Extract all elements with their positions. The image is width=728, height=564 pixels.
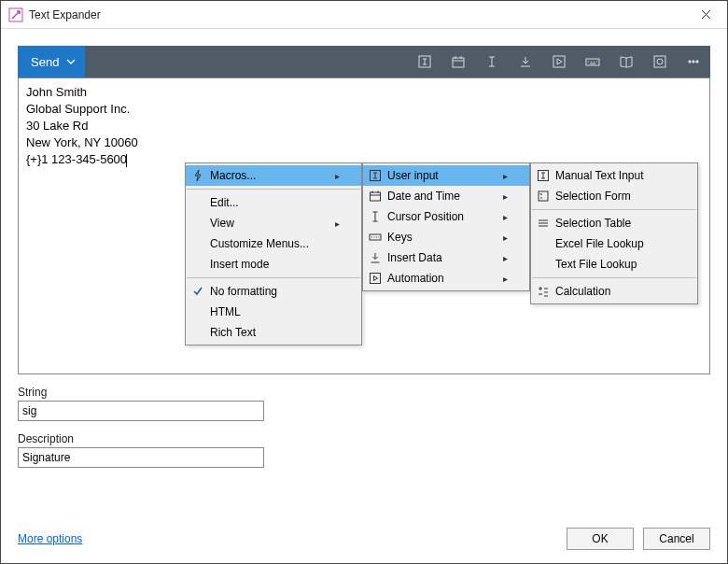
editor-toolbar: Send [18, 46, 710, 78]
svg-point-6 [657, 59, 663, 64]
menu-item-calculation[interactable]: Calculation [531, 281, 697, 302]
menu-item-label: Text File Lookup [555, 258, 667, 271]
menu-item-manual-text-input[interactable]: Manual Text Input [531, 165, 697, 186]
menu-item-date-and-time[interactable]: Date and Time▸ [363, 186, 529, 206]
menu-item-macros-[interactable]: Macros...▸ [186, 165, 361, 186]
cancel-button[interactable]: Cancel [643, 528, 710, 550]
menu-item-customize-menus-[interactable]: Customize Menus... [186, 233, 361, 254]
context-menu-main: Macros...▸Edit...View▸Customize Menus...… [185, 162, 362, 345]
svg-rect-11 [371, 192, 381, 201]
menu-item-label: No formatting [210, 285, 331, 298]
tool-insert-icon[interactable] [509, 46, 542, 78]
send-label: Send [31, 55, 59, 69]
string-label: String [18, 386, 710, 399]
context-menu-userinput: Manual Text InputSelection FormSelection… [530, 162, 698, 304]
menu-item-rich-text[interactable]: Rich Text [186, 322, 361, 343]
app-icon [8, 7, 23, 22]
tool-more-icon[interactable] [677, 46, 710, 78]
menu-item-text-file-lookup[interactable]: Text File Lookup [531, 254, 697, 275]
menu-item-label: HTML [210, 305, 331, 318]
titlebar: Text Expander [1, 1, 727, 29]
menu-item-keys[interactable]: Keys▸ [363, 227, 529, 247]
menu-item-no-formatting[interactable]: No formatting [186, 281, 361, 302]
menu-item-label: Insert Data [387, 251, 499, 264]
menu-item-cursor-position[interactable]: Cursor Position▸ [363, 206, 529, 227]
close-button[interactable] [684, 1, 727, 29]
tool-target-icon[interactable] [643, 46, 677, 78]
menu-item-edit-[interactable]: Edit... [186, 192, 361, 213]
description-input[interactable] [18, 447, 264, 468]
svg-rect-5 [654, 56, 665, 67]
menu-item-excel-file-lookup[interactable]: Excel File Lookup [531, 233, 697, 254]
menu-item-html[interactable]: HTML [186, 302, 361, 322]
menu-item-insert-mode[interactable]: Insert mode [186, 254, 361, 275]
menu-item-user-input[interactable]: User input▸ [363, 165, 529, 186]
tool-book-icon[interactable] [609, 46, 643, 78]
more-options-link[interactable]: More options [18, 532, 82, 545]
menu-item-selection-form[interactable]: Selection Form [531, 186, 697, 206]
menu-item-label: Rich Text [210, 326, 331, 339]
menu-item-label: Insert mode [210, 258, 331, 271]
ok-button[interactable]: OK [567, 528, 634, 550]
menu-item-label: Automation [387, 272, 499, 285]
menu-item-label: Manual Text Input [555, 169, 667, 182]
menu-item-label: User input [387, 169, 499, 182]
menu-item-label: Edit... [210, 196, 331, 209]
send-button[interactable]: Send [18, 46, 85, 78]
description-label: Description [18, 432, 710, 445]
menu-item-label: Customize Menus... [210, 237, 331, 250]
context-menu-macros: User input▸Date and Time▸Cursor Position… [362, 162, 530, 291]
editor-content: John Smith Global Support Inc. 30 Lake R… [26, 84, 702, 168]
tool-cursor-icon[interactable] [475, 46, 509, 78]
menu-item-insert-data[interactable]: Insert Data▸ [363, 247, 529, 268]
menu-item-label: Keys [387, 231, 499, 244]
dialog-footer: More options OK Cancel [18, 528, 710, 550]
menu-item-view[interactable]: View▸ [186, 213, 361, 233]
tool-play-icon[interactable] [542, 46, 576, 78]
menu-item-automation[interactable]: Automation▸ [363, 268, 529, 289]
menu-item-label: Date and Time [387, 190, 499, 203]
tool-calendar-icon[interactable] [441, 46, 475, 78]
svg-point-8 [693, 61, 694, 63]
string-input[interactable] [18, 401, 264, 421]
menu-item-label: Macros... [210, 169, 331, 182]
svg-rect-3 [553, 56, 565, 67]
tool-userinput-icon[interactable] [408, 46, 441, 78]
menu-item-label: Selection Table [555, 217, 667, 230]
menu-item-label: Calculation [555, 285, 667, 298]
menu-item-label: Cursor Position [387, 210, 499, 223]
svg-point-9 [696, 61, 698, 63]
svg-rect-13 [371, 274, 381, 284]
svg-rect-2 [453, 58, 464, 67]
chevron-down-icon [66, 59, 76, 64]
svg-point-7 [689, 61, 691, 63]
svg-rect-15 [539, 191, 548, 201]
menu-item-selection-table[interactable]: Selection Table [531, 213, 697, 233]
menu-item-label: View [210, 217, 331, 230]
menu-item-label: Selection Form [555, 190, 667, 203]
window-title: Text Expander [29, 8, 101, 21]
menu-item-label: Excel File Lookup [555, 237, 667, 250]
tool-keyboard-icon[interactable] [576, 46, 609, 78]
